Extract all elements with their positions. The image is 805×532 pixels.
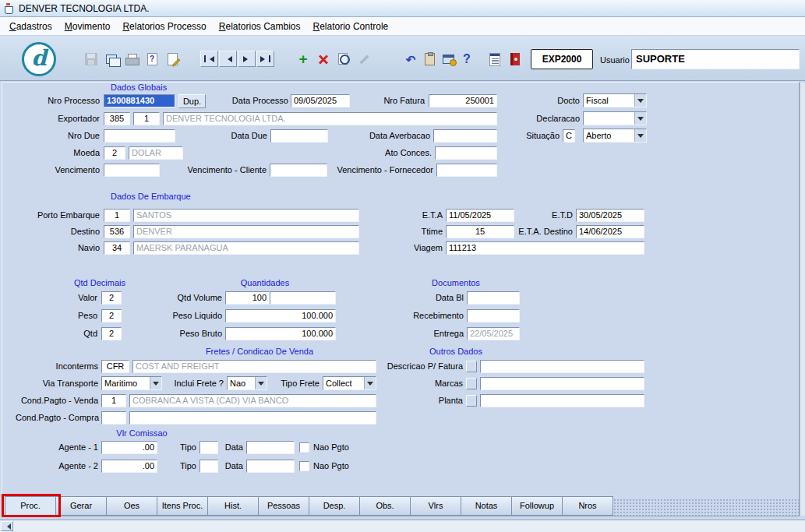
delete-record-button[interactable] xyxy=(314,50,333,69)
agente-1-data-field[interactable] xyxy=(246,441,295,454)
planta-field[interactable] xyxy=(480,394,644,407)
menu-cadastros[interactable]: Cadastros xyxy=(3,19,58,34)
tab-oes[interactable]: Oes xyxy=(106,496,157,516)
qtd-volume-field[interactable]: 100 xyxy=(225,291,270,305)
etd-field[interactable]: 30/05/2025 xyxy=(576,209,644,222)
peso-decimais-field[interactable]: 2 xyxy=(101,309,122,322)
agente-2-nao-pgto-checkbox[interactable] xyxy=(299,461,309,471)
last-record-button[interactable] xyxy=(256,51,274,67)
tab-notas[interactable]: Notas xyxy=(461,496,512,516)
next-record-button[interactable] xyxy=(238,51,256,67)
label-cond-pagto-compra: Cond.Pagto - Compra xyxy=(16,411,98,425)
prev-record-button[interactable] xyxy=(219,51,237,67)
data-bl-field[interactable] xyxy=(467,291,520,305)
agente-1-nao-pgto-checkbox[interactable] xyxy=(299,442,309,453)
tab-vlrs[interactable]: Vlrs xyxy=(410,496,461,516)
declaracao-select[interactable] xyxy=(583,111,647,125)
ttime-field[interactable]: 15 xyxy=(446,225,514,238)
first-record-button[interactable] xyxy=(200,51,218,67)
chevron-down-icon[interactable] xyxy=(150,377,161,389)
destino-code-field[interactable]: 536 xyxy=(104,225,130,238)
save-button[interactable] xyxy=(82,50,101,69)
exit-button[interactable] xyxy=(506,50,524,69)
exportador-code-field[interactable]: 385 xyxy=(104,112,130,125)
vertical-scrollbar[interactable] xyxy=(800,83,805,516)
peso-liquido-field[interactable]: 100.000 xyxy=(225,309,336,322)
menu-relatorios-processo[interactable]: Relatorios Processo xyxy=(116,19,212,34)
nro-processo-field[interactable]: 1300881430 xyxy=(104,94,175,107)
data-due-field[interactable] xyxy=(270,129,328,143)
search-button[interactable] xyxy=(334,50,353,69)
marcas-expand-button[interactable] xyxy=(466,378,477,389)
qtd-decimais-field[interactable]: 2 xyxy=(101,327,122,340)
vencimento-cliente-field[interactable] xyxy=(270,164,327,177)
memo-button[interactable] xyxy=(485,50,504,69)
exportador-seq-field[interactable]: 1 xyxy=(133,112,160,125)
inconterms-code-field[interactable]: CFR xyxy=(101,360,129,373)
valor-decimais-field[interactable]: 2 xyxy=(101,291,122,305)
inclui-frete-select[interactable]: Nao xyxy=(227,376,267,390)
qtd-volume-field-2[interactable] xyxy=(270,291,336,305)
via-transporte-select[interactable]: Maritimo xyxy=(101,376,162,390)
nro-fatura-field[interactable]: 250001 xyxy=(429,94,497,107)
cond-compra-name-field[interactable] xyxy=(129,411,376,425)
dup-button[interactable]: Dup. xyxy=(178,94,206,108)
docto-select[interactable]: Fiscal xyxy=(583,93,647,107)
validate-button[interactable]: ? xyxy=(143,50,161,69)
peso-bruto-field[interactable]: 100.000 xyxy=(225,327,336,340)
settings-button[interactable] xyxy=(439,50,457,69)
situacao-select[interactable]: Aberto xyxy=(583,129,647,143)
chevron-down-icon[interactable] xyxy=(255,377,267,389)
eta-destino-field[interactable]: 14/06/2025 xyxy=(576,225,644,238)
tab-gerar[interactable]: Gerar xyxy=(55,496,107,516)
data-averbacao-field[interactable] xyxy=(433,129,497,143)
vencimento-field[interactable] xyxy=(104,164,160,177)
add-record-button[interactable]: + xyxy=(294,50,312,69)
chevron-down-icon[interactable] xyxy=(634,112,646,125)
tab-nros[interactable]: Nros xyxy=(562,496,613,516)
recebimento-field[interactable] xyxy=(467,309,520,322)
nro-due-field[interactable] xyxy=(104,129,175,143)
descricao-fatura-field[interactable] xyxy=(480,360,644,373)
scroll-left-button[interactable] xyxy=(1,521,13,531)
porto-code-field[interactable]: 1 xyxy=(104,209,130,222)
undo-button[interactable]: ↶ xyxy=(401,50,420,69)
usuario-field[interactable]: SUPORTE xyxy=(631,49,800,69)
chevron-down-icon[interactable] xyxy=(634,94,646,107)
cond-compra-code-field[interactable] xyxy=(101,411,126,425)
help-button[interactable]: ? xyxy=(457,50,476,69)
eta-field[interactable]: 11/05/2025 xyxy=(446,209,514,222)
marcas-field[interactable] xyxy=(480,377,644,390)
menu-movimento[interactable]: Movimento xyxy=(58,19,117,34)
cond-venda-code-field[interactable]: 1 xyxy=(101,394,126,407)
wizard-button[interactable] xyxy=(163,50,182,69)
tab-followup[interactable]: Followup xyxy=(511,496,563,516)
print-button[interactable] xyxy=(122,50,141,69)
tab-hist[interactable]: Hist. xyxy=(207,496,259,516)
planta-expand-button[interactable] xyxy=(466,395,477,407)
vencimento-fornecedor-field[interactable] xyxy=(436,164,497,177)
agente-2-data-field[interactable] xyxy=(246,460,295,473)
chevron-down-icon[interactable] xyxy=(364,377,376,389)
viagem-field[interactable]: 111213 xyxy=(446,241,644,255)
menu-relatorio-controle[interactable]: Relatorio Controle xyxy=(307,19,395,34)
navio-code-field[interactable]: 34 xyxy=(104,241,130,255)
preview-button[interactable] xyxy=(102,50,121,69)
chevron-down-icon[interactable] xyxy=(634,129,646,142)
descricao-expand-button[interactable] xyxy=(466,361,477,372)
tab-itens-proc[interactable]: Itens Proc. xyxy=(157,496,208,516)
tab-obs[interactable]: Obs. xyxy=(359,496,411,516)
horizontal-scrollbar[interactable] xyxy=(0,520,805,532)
data-processo-field[interactable]: 09/05/2025 xyxy=(291,94,350,107)
paste-button[interactable] xyxy=(420,50,439,69)
edit-button[interactable] xyxy=(355,50,373,69)
moeda-code-field[interactable]: 2 xyxy=(104,146,125,160)
agente-1-valor-field[interactable]: .00 xyxy=(101,441,157,454)
agente-2-valor-field[interactable]: .00 xyxy=(101,460,157,473)
tab-pessoas[interactable]: Pessoas xyxy=(258,496,309,516)
ato-conces-field[interactable] xyxy=(435,146,497,160)
menu-relatorios-cambios[interactable]: Relatorios Cambios xyxy=(213,19,307,34)
tipo-frete-select[interactable]: Collect xyxy=(323,376,376,390)
exp2000-button[interactable]: EXP2000 xyxy=(531,49,593,69)
tab-desp[interactable]: Desp. xyxy=(309,496,360,516)
